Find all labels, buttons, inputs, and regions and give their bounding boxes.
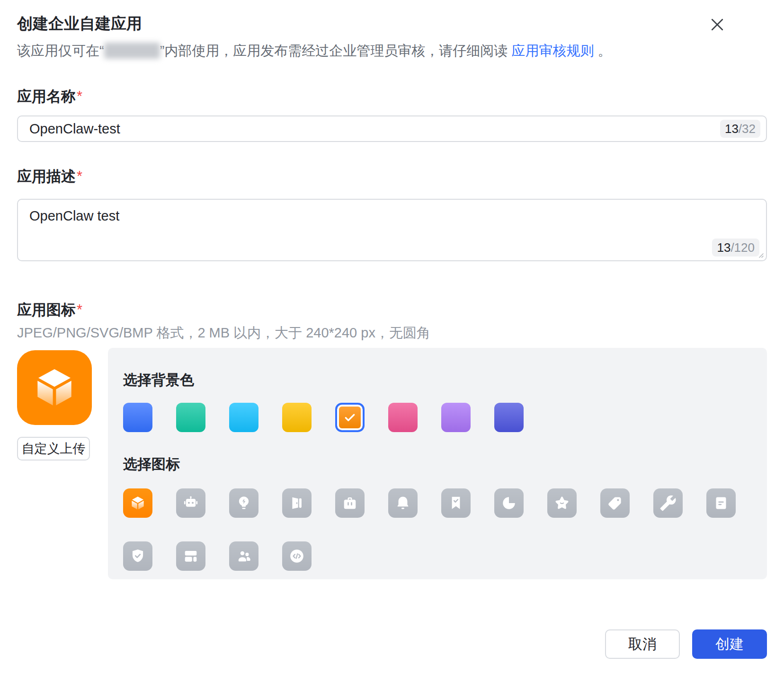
icon-option-users[interactable] (229, 541, 258, 571)
wrench-icon (659, 495, 677, 512)
bg-color-swatch-blue[interactable] (123, 403, 152, 432)
app-desc-input[interactable]: OpenClaw test (17, 199, 767, 261)
dialog-title: 创建企业自建应用 (17, 13, 142, 35)
form-document-icon (713, 495, 730, 512)
required-asterisk: * (77, 301, 82, 318)
subtitle-suffix: 。 (594, 43, 611, 58)
icon-option-bell[interactable] (388, 488, 418, 518)
icon-option-layout[interactable] (176, 541, 205, 571)
icon-option-tag[interactable] (600, 488, 630, 518)
custom-upload-button[interactable]: 自定义上传 (17, 437, 90, 460)
cube-icon (129, 495, 146, 512)
code-icon (288, 548, 305, 565)
close-button[interactable] (707, 15, 727, 35)
app-icon-preview (17, 350, 92, 425)
icon-preview-column: 自定义上传 (17, 350, 92, 460)
icon-option-cube[interactable] (123, 488, 152, 518)
users-icon (235, 548, 252, 565)
star-icon (553, 495, 570, 512)
subtitle-prefix: 该应用仅可在“ (17, 43, 104, 58)
briefcase-icon (341, 495, 358, 512)
create-app-dialog: 创建企业自建应用 该应用仅可在“”内部使用，应用发布需经过企业管理员审核，请仔细… (0, 0, 784, 673)
required-asterisk: * (77, 168, 82, 185)
icon-option-briefcase[interactable] (335, 488, 365, 518)
bg-color-swatch-purple[interactable] (441, 403, 471, 432)
bookmark-check-icon (447, 495, 464, 512)
icon-option-wrench[interactable] (653, 488, 683, 518)
bg-color-title: 选择背景色 (123, 348, 767, 390)
shield-check-icon (129, 548, 146, 565)
bell-icon (394, 495, 411, 512)
icon-option-shield[interactable] (123, 541, 152, 571)
lightbulb-bolt-icon (235, 495, 252, 512)
app-icon-hint: JPEG/PNG/SVG/BMP 格式，2 MB 以内，大于 240*240 p… (17, 324, 430, 343)
bg-color-swatch-pink[interactable] (388, 403, 418, 432)
dashboard-layout-icon (182, 548, 199, 565)
icon-option-door[interactable] (282, 488, 312, 518)
review-rules-link[interactable]: 应用审核规则 (511, 43, 594, 58)
create-button[interactable]: 创建 (692, 629, 767, 659)
required-asterisk: * (77, 88, 82, 105)
icon-picker-title: 选择图标 (123, 432, 767, 474)
bg-color-row (123, 403, 767, 432)
app-name-char-counter: 13/32 (720, 120, 760, 138)
tag-icon (606, 495, 624, 512)
app-name-field: 13/32 (17, 115, 767, 142)
robot-icon (182, 495, 199, 512)
icon-picker-panel: 选择背景色 选择图标 (108, 348, 767, 579)
icon-option-pie[interactable] (494, 488, 524, 518)
bg-color-swatch-indigo[interactable] (494, 403, 524, 432)
dialog-subtitle: 该应用仅可在“”内部使用，应用发布需经过企业管理员审核，请仔细阅读 应用审核规则… (17, 42, 611, 61)
app-desc-char-counter: 13/120 (712, 239, 759, 257)
masked-org-name (104, 43, 160, 59)
app-desc-field: OpenClaw test 13/120 (17, 199, 767, 261)
close-icon (708, 16, 726, 34)
resize-handle-icon[interactable] (757, 251, 764, 258)
pie-chart-icon (500, 495, 517, 512)
bg-color-swatch-teal[interactable] (176, 403, 205, 432)
icon-option-bookmark[interactable] (441, 488, 471, 518)
bg-color-swatch-amber[interactable] (282, 403, 312, 432)
app-name-label: 应用名称* (17, 87, 82, 106)
app-desc-label: 应用描述* (17, 167, 82, 186)
bg-color-swatch-cyan[interactable] (229, 403, 258, 432)
check-icon (343, 410, 357, 425)
cube-icon (30, 363, 79, 412)
icon-option-robot[interactable] (176, 488, 205, 518)
icon-grid (123, 488, 753, 571)
subtitle-middle: ”内部使用，应用发布需经过企业管理员审核，请仔细阅读 (160, 43, 512, 58)
icon-option-form[interactable] (706, 488, 736, 518)
app-name-input[interactable] (17, 115, 767, 142)
bg-color-swatch-orange[interactable] (335, 403, 365, 432)
icon-option-bulb[interactable] (229, 488, 258, 518)
cancel-button[interactable]: 取消 (605, 629, 680, 659)
open-door-icon (288, 495, 305, 512)
icon-option-code[interactable] (282, 541, 312, 571)
icon-option-star[interactable] (547, 488, 577, 518)
app-icon-label: 应用图标* (17, 300, 82, 320)
